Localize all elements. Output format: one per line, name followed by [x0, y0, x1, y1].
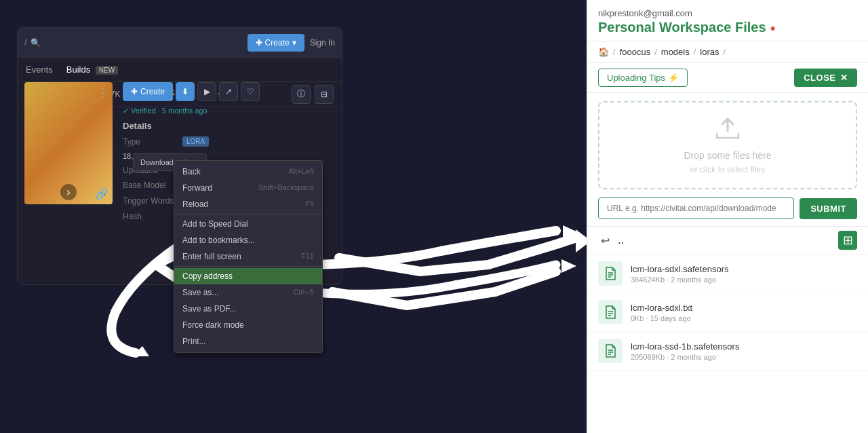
menu-bookmarks[interactable]: Add to bookmarks... — [174, 232, 322, 248]
submit-label: SUBMIT — [810, 204, 846, 214]
svg-marker-1 — [132, 346, 149, 356]
workspace-title: Personal Workspace Files ● — [598, 20, 857, 35]
share-button[interactable]: ↗ — [219, 82, 238, 101]
file-name-1: lcm-lora-sdxl.safetensors — [631, 264, 857, 274]
upload-icon — [714, 116, 741, 146]
type-label: Type — [123, 137, 177, 147]
create-model-label: Create — [140, 87, 165, 96]
add-folder-button[interactable]: ⊞ — [838, 231, 857, 250]
breadcrumb-models[interactable]: models — [661, 47, 690, 57]
breadcrumb-bar: 🏠 / fooocus / models / loras / — [587, 41, 868, 63]
play-button[interactable]: ▶ — [197, 82, 216, 101]
menu-print[interactable]: Print... — [174, 333, 322, 350]
menu-forward[interactable]: Forward Shift+Backspace — [174, 180, 322, 196]
menu-reload[interactable]: Reload F5 — [174, 196, 322, 212]
file-name-2: lcm-lora-sdxl.txt — [631, 303, 857, 313]
left-panel: / 🔍 ✚ Create ▾ Sign In Events Builds NEW — [0, 0, 587, 433]
workspace-info-icon[interactable]: ● — [770, 22, 776, 33]
file-info-1: lcm-lora-sdxl.safetensors 384624Kb · 2 m… — [631, 264, 857, 284]
file-meta-2: 0Kb · 15 days ago — [631, 314, 857, 322]
url-bar: SUBMIT — [598, 197, 857, 219]
model-link-icon[interactable]: 🔗 — [95, 187, 108, 200]
file-item[interactable]: lcm-lora-sdxl.safetensors 384624Kb · 2 m… — [587, 255, 868, 293]
builds-badge: NEW — [96, 66, 118, 75]
close-label: CLOSE — [804, 73, 835, 83]
breadcrumb-fooocus[interactable]: fooocus — [620, 47, 651, 57]
submit-button[interactable]: SUBMIT — [800, 198, 857, 219]
file-item[interactable]: lcm-lora-ssd-1b.safetensors 205069Kb · 2… — [587, 332, 868, 371]
file-meta-3: 205069Kb · 2 months ago — [631, 353, 857, 361]
lora-badge: LORA — [182, 136, 209, 147]
menu-speed-dial[interactable]: Add to Speed Dial — [174, 216, 322, 232]
browser-url: / 🔍 — [24, 38, 41, 48]
trigger-words-label: Trigger Words — [123, 196, 177, 206]
uploading-tips-button[interactable]: Uploading Tips ⚡ — [598, 69, 688, 87]
drop-zone[interactable]: Drop some files here or click to select … — [598, 101, 857, 189]
user-email: nikprestonk@gmail.com — [598, 8, 857, 18]
svg-marker-0 — [576, 231, 587, 251]
close-x-icon: ✕ — [840, 73, 848, 83]
create-dropdown-icon: ▾ — [292, 38, 296, 48]
right-panel: nikprestonk@gmail.com Personal Workspace… — [587, 0, 868, 433]
file-item[interactable]: lcm-lora-sdxl.txt 0Kb · 15 days ago — [587, 293, 868, 332]
breadcrumb-home-icon[interactable]: 🏠 — [598, 47, 609, 57]
svg-marker-3 — [561, 259, 576, 273]
menu-divider-1 — [174, 214, 322, 214]
create-model-button[interactable]: ✚ Create — [123, 82, 173, 101]
model-nav-arrow[interactable]: › — [60, 184, 77, 200]
model-options-icon[interactable]: ⋮ — [98, 86, 108, 99]
uploading-tips-label: Uploading Tips ⚡ — [607, 73, 679, 83]
drop-sub-text: or click to select files — [690, 165, 765, 174]
file-browser-toolbar: ↩ .. ⊞ — [587, 227, 868, 255]
url-slash: / — [24, 38, 26, 48]
create-button[interactable]: ✚ Create ▾ — [248, 34, 304, 52]
action-bar: Uploading Tips ⚡ CLOSE ✕ — [587, 63, 868, 93]
file-name-3: lcm-lora-ssd-1b.safetensors — [631, 341, 857, 352]
menu-back[interactable]: Back Alt+Left — [174, 164, 322, 180]
file-meta-1: 384624Kb · 2 months ago — [631, 276, 857, 284]
current-path: .. — [618, 234, 624, 246]
breadcrumb-loras[interactable]: loras — [700, 47, 719, 57]
file-info-2: lcm-lora-sdxl.txt 0Kb · 15 days ago — [631, 303, 857, 322]
browser-window: / 🔍 ✚ Create ▾ Sign In Events Builds NEW — [17, 27, 342, 285]
right-header: nikprestonk@gmail.com Personal Workspace… — [587, 0, 868, 41]
menu-divider-2 — [174, 266, 322, 267]
context-menu: Back Alt+Left Forward Shift+Backspace Re… — [174, 160, 323, 353]
file-icon-2 — [598, 300, 623, 324]
url-input[interactable] — [598, 197, 794, 219]
base-model-label: Base Model — [123, 181, 177, 190]
type-row: Type LORA — [123, 136, 335, 147]
details-heading: Details — [123, 121, 335, 131]
file-icon-1 — [598, 261, 623, 286]
file-info-3: lcm-lora-ssd-1b.safetensors 205069Kb · 2… — [631, 341, 857, 361]
drop-main-text: Drop some files here — [684, 150, 771, 161]
file-icon-3 — [598, 339, 623, 363]
tab-builds[interactable]: Builds NEW — [66, 64, 118, 75]
file-browser: ↩ .. ⊞ lcm-lora-sdxl.safetensors 38 — [587, 226, 868, 433]
download-button[interactable]: ⬇ — [176, 82, 195, 101]
sign-in-link[interactable]: Sign In — [310, 38, 335, 48]
svg-marker-2 — [563, 225, 578, 239]
browser-toolbar: / 🔍 ✚ Create ▾ Sign In — [18, 28, 342, 58]
close-button[interactable]: CLOSE ✕ — [794, 69, 857, 87]
verified-text: ✓ Verified · 5 months ago — [123, 107, 335, 115]
create-icon: ✚ — [256, 38, 262, 48]
browser-nav-tabs: Events Builds NEW — [18, 58, 342, 82]
menu-fullscreen[interactable]: Enter full screen F11 — [174, 248, 322, 265]
model-image: ⋮ 🔗 › — [24, 82, 113, 204]
action-buttons: ✚ Create ⬇ ▶ ↗ ♡ — [123, 82, 335, 101]
menu-dark-mode[interactable]: Force dark mode — [174, 317, 322, 333]
create-model-icon: ✚ — [131, 87, 138, 96]
tab-events[interactable]: Events — [26, 64, 53, 75]
create-label: Create — [265, 38, 290, 48]
search-icon[interactable]: 🔍 — [31, 38, 41, 48]
add-folder-icon: ⊞ — [843, 233, 853, 248]
hash-label: Hash — [123, 212, 177, 221]
menu-save-as[interactable]: Save as... Ctrl+S — [174, 284, 322, 301]
favorite-button[interactable]: ♡ — [241, 82, 260, 101]
workspace-title-text: Personal Workspace Files — [598, 20, 766, 35]
menu-save-pdf[interactable]: Save as PDF... — [174, 301, 322, 317]
back-nav-button[interactable]: ↩ — [598, 233, 612, 248]
menu-copy-address[interactable]: Copy address — [174, 268, 322, 284]
